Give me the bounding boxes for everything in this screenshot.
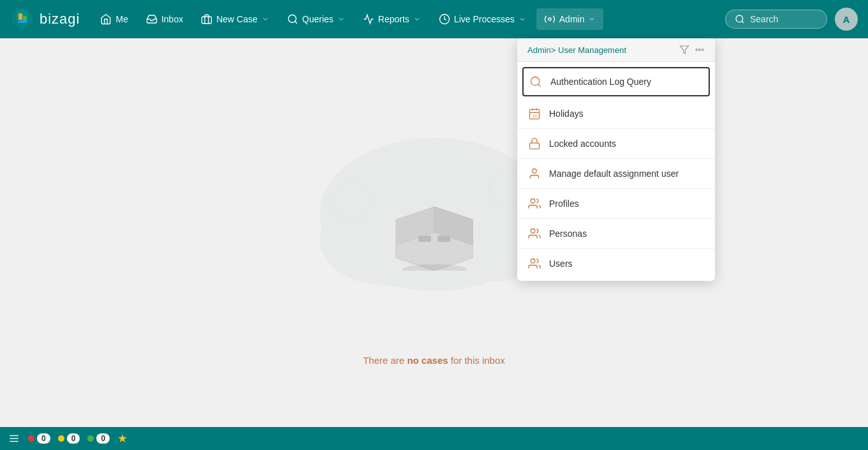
svg-marker-12: [680, 46, 688, 54]
dropdown-items-list: Authentication Log Query 24 Holidays Loc…: [517, 62, 715, 281]
users-icon: [527, 257, 541, 271]
dropdown-item-profiles[interactable]: Profiles: [517, 189, 715, 219]
empty-box-illustration: [383, 188, 485, 273]
main-content: There are no cases for this inbox: [0, 38, 868, 427]
green-count: 0: [96, 433, 110, 444]
green-dot: [87, 435, 94, 442]
nav-queries[interactable]: Queries: [279, 8, 353, 30]
svg-point-27: [531, 259, 535, 264]
red-count: 0: [37, 433, 50, 444]
svg-rect-39: [418, 236, 431, 242]
svg-text:24: 24: [533, 114, 538, 118]
svg-rect-5: [202, 17, 212, 24]
nav-new-case[interactable]: New Case: [193, 8, 277, 30]
svg-point-10: [736, 15, 743, 22]
svg-rect-23: [530, 143, 540, 149]
dropdown-item-users[interactable]: Users: [517, 249, 715, 278]
new-case-chevron: [261, 15, 269, 23]
logo-text: bizagi: [40, 11, 80, 27]
badge-group-red: 0: [28, 433, 50, 444]
badge-group-yellow: 0: [58, 433, 80, 444]
dropdown-header-actions: [679, 45, 705, 55]
profiles-label: Profiles: [549, 199, 579, 209]
svg-line-7: [295, 21, 297, 23]
svg-point-24: [533, 169, 537, 174]
bizagi-logo-icon: [10, 7, 34, 31]
dropdown-item-holidays[interactable]: 24 Holidays: [517, 99, 715, 129]
locked-accounts-label: Locked accounts: [549, 139, 616, 149]
bottom-bar: 0 0 0 ★: [0, 427, 868, 450]
navbar: bizagi Me Inbox New Case Queries Reports…: [0, 0, 868, 38]
admin-dropdown-menu: Admin> User Management Authentication Lo…: [517, 38, 715, 281]
badge-group-green: 0: [87, 433, 110, 444]
hamburger-menu-icon[interactable]: [8, 432, 20, 445]
locked-accounts-icon: [527, 137, 541, 151]
dropdown-view-icon[interactable]: [695, 45, 705, 55]
svg-point-15: [696, 49, 698, 51]
logo[interactable]: bizagi: [10, 7, 80, 31]
dropdown-item-manage-default[interactable]: Manage default assignment user: [517, 159, 715, 189]
live-processes-chevron: [519, 15, 526, 23]
users-label: Users: [549, 259, 573, 269]
svg-point-26: [531, 229, 535, 234]
admin-chevron: [588, 15, 596, 23]
dropdown-item-locked-accounts[interactable]: Locked accounts: [517, 129, 715, 159]
dropdown-item-personas[interactable]: Personas: [517, 219, 715, 249]
manage-default-icon: [527, 167, 541, 181]
nav-admin[interactable]: Admin: [536, 8, 604, 30]
holidays-label: Holidays: [549, 109, 584, 119]
reports-chevron: [413, 15, 421, 23]
box-svg: [383, 188, 485, 271]
dropdown-breadcrumb: Admin> User Management: [527, 45, 626, 55]
queries-chevron: [337, 15, 345, 23]
yellow-dot: [58, 435, 64, 442]
svg-point-13: [699, 49, 701, 51]
yellow-count: 0: [67, 433, 80, 444]
svg-rect-4: [18, 20, 27, 23]
dropdown-item-auth-log[interactable]: Authentication Log Query: [522, 67, 710, 96]
personas-icon: [527, 227, 541, 241]
svg-point-9: [548, 18, 552, 21]
svg-point-41: [402, 264, 466, 271]
svg-line-11: [742, 21, 744, 23]
personas-label: Personas: [549, 229, 587, 239]
search-icon: [735, 14, 745, 24]
svg-point-6: [288, 15, 296, 22]
nav-live-processes[interactable]: Live Processes: [431, 8, 534, 30]
auth-log-icon: [529, 75, 543, 89]
svg-rect-2: [18, 13, 22, 20]
red-dot: [28, 435, 34, 442]
auth-log-label: Authentication Log Query: [550, 77, 651, 87]
dropdown-header: Admin> User Management: [517, 38, 715, 62]
nav-me[interactable]: Me: [92, 8, 135, 30]
dropdown-filter-icon[interactable]: [679, 45, 689, 55]
svg-point-25: [531, 199, 535, 204]
nav-inbox[interactable]: Inbox: [138, 8, 191, 30]
svg-point-14: [702, 49, 703, 51]
svg-point-16: [531, 77, 540, 86]
nav-reports[interactable]: Reports: [355, 8, 429, 30]
svg-rect-40: [438, 236, 450, 242]
user-avatar[interactable]: A: [835, 8, 858, 31]
holidays-icon: 24: [527, 107, 541, 121]
empty-inbox-message: There are no cases for this inbox: [363, 355, 505, 366]
search-box[interactable]: Search: [725, 10, 827, 29]
star-icon[interactable]: ★: [117, 431, 128, 446]
svg-line-17: [538, 84, 541, 87]
profiles-icon: [527, 197, 541, 211]
manage-default-label: Manage default assignment user: [549, 169, 679, 179]
